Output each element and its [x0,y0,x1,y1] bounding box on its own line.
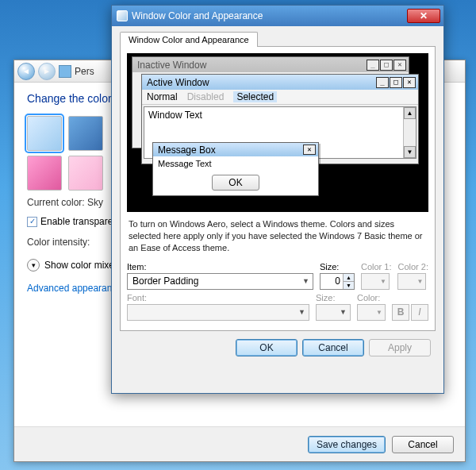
spin-up-icon[interactable]: ▲ [344,274,354,282]
item-label: Item: [127,262,313,272]
current-color-value: Sky [87,197,103,208]
size-label: Size: [320,262,355,272]
chevron-down-icon[interactable]: ▾ [27,259,40,272]
forward-button[interactable]: ► [38,63,56,80]
dropdown-icon: ▼ [380,278,386,285]
scroll-down-icon[interactable]: ▼ [404,146,416,158]
font-size-combo: ▼ [316,304,351,321]
menu-disabled: Disabled [187,91,225,102]
msgbox-title: Message Box [158,144,216,156]
font-combo: ▼ [127,304,309,321]
menu-selected[interactable]: Selected [233,91,277,102]
address-icon [59,65,71,78]
tab-panel: Inactive Window _ □ ✕ Active Window _ □ [120,46,436,331]
color2-label: Color 2: [397,262,428,272]
parent-bottom-bar: Save changes Cancel [14,426,465,461]
parent-cancel-button[interactable]: Cancel [392,436,454,453]
save-changes-button[interactable]: Save changes [308,436,386,453]
item-combo[interactable]: Border Padding ▼ [127,273,313,290]
italic-button: I [411,304,428,321]
ok-button[interactable]: OK [236,339,298,356]
minimize-icon[interactable]: _ [367,60,379,71]
color2-combo: ▼ [397,273,426,290]
tab-window-color[interactable]: Window Color and Appearance [120,32,258,47]
preview-inactive-titlebar[interactable]: Inactive Window _ □ ✕ [132,57,409,72]
preview-message-box[interactable]: Message Box ✕ Message Text OK [152,142,319,196]
fcolor-label: Color: [357,293,386,302]
tab-strip: Window Color and Appearance [120,31,436,46]
color1-label: Color 1: [361,262,392,272]
fsize-label: Size: [316,293,351,302]
preview-active-titlebar[interactable]: Active Window _ □ ✕ [142,75,418,90]
preview-window-text: Window Text [148,110,202,121]
item-value: Border Padding [132,275,198,287]
close-icon[interactable]: ✕ [303,144,316,155]
current-color-label: Current color: [27,197,85,208]
dialog-icon [117,10,128,21]
address-text: Pers [75,66,94,77]
dropdown-icon: ▼ [298,308,305,316]
color-swatch-blue[interactable] [68,116,103,151]
apply-button: Apply [369,339,431,356]
menu-normal[interactable]: Normal [147,91,178,102]
mixer-label: Show color mixer [44,260,117,271]
dialog-title: Window Color and Appearance [132,10,263,21]
preview-active-title: Active Window [147,77,209,88]
close-icon[interactable]: ✕ [403,77,416,88]
maximize-icon[interactable]: □ [390,77,402,88]
msgbox-text: Message Text [153,156,318,173]
color-swatch-lightpink[interactable] [68,156,103,191]
back-button[interactable]: ◄ [17,63,35,80]
color1-combo: ▼ [361,273,390,290]
dialog-titlebar[interactable]: Window Color and Appearance ✕ [112,6,443,26]
dropdown-icon: ▼ [417,278,424,285]
spin-down-icon[interactable]: ▼ [344,282,354,289]
transparency-checkbox[interactable]: ✓ [27,217,37,227]
preview-area: Inactive Window _ □ ✕ Active Window _ □ [127,53,428,212]
preview-msgbox-titlebar[interactable]: Message Box ✕ [153,143,318,156]
dropdown-icon: ▼ [340,308,347,316]
preview-menu[interactable]: Normal Disabled Selected [142,90,418,105]
cancel-button[interactable]: Cancel [302,339,364,356]
size-input[interactable] [321,274,343,289]
maximize-icon[interactable]: □ [380,60,393,71]
bold-button: B [392,304,409,321]
dropdown-icon: ▼ [376,309,382,316]
window-color-appearance-dialog: Window Color and Appearance ✕ Window Col… [111,5,444,394]
minimize-icon[interactable]: _ [376,77,389,88]
scrollbar-vertical[interactable]: ▲ ▼ [403,107,416,158]
font-color-combo: ▼ [357,304,386,321]
dialog-button-row: OK Cancel Apply [120,331,436,356]
description-text: To turn on Windows Aero, select a Window… [129,218,427,254]
size-spinner[interactable]: ▲▼ [320,273,355,290]
close-icon[interactable]: ✕ [393,60,406,71]
color-swatch-pink[interactable] [27,156,62,191]
font-label: Font: [127,293,309,302]
scroll-up-icon[interactable]: ▲ [404,107,416,119]
preview-inactive-title: Inactive Window [137,60,206,71]
color-swatch-sky[interactable] [27,116,62,151]
close-button[interactable]: ✕ [407,9,440,23]
msgbox-ok-button[interactable]: OK [212,175,259,191]
dropdown-icon: ▼ [302,277,309,285]
